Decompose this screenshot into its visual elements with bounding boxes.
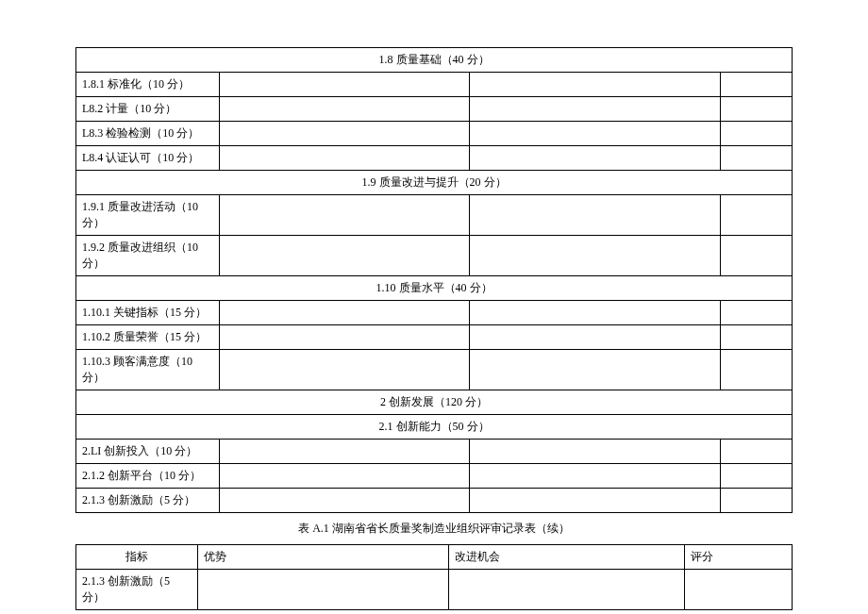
item-label: 1.9.1 质量改进活动（10 分） (76, 195, 220, 236)
section-2-header: 2 创新发展（120 分） (76, 390, 793, 415)
empty-cell (721, 301, 793, 325)
header-advantage: 优势 (198, 545, 449, 570)
empty-cell (721, 440, 793, 464)
section-2-1-header: 2.1 创新能力（50 分） (76, 415, 793, 440)
item-label: 2.1.3 创新激励（5 分） (76, 489, 220, 513)
empty-cell (219, 440, 470, 464)
empty-cell (470, 97, 721, 122)
empty-cell (448, 570, 684, 610)
header-score: 评分 (685, 545, 793, 570)
item-label: 2.1.2 创新平台（10 分） (76, 464, 220, 489)
empty-cell (470, 301, 721, 325)
item-label: L8.3 检验检测（10 分） (76, 122, 220, 146)
item-label: 2.1.3 创新激励（5 分） (76, 570, 198, 610)
empty-cell (721, 122, 793, 146)
table-row: L8.3 检验检测（10 分） (76, 122, 793, 146)
section-1-8-header: 1.8 质量基础（40 分） (76, 48, 793, 73)
empty-cell (721, 236, 793, 276)
empty-cell (685, 570, 793, 610)
item-label: 1.8.1 标准化（10 分） (76, 73, 220, 97)
section-header-row: 2.1 创新能力（50 分） (76, 415, 793, 440)
table-row: 1.10.3 顾客满意度（10 分） (76, 350, 793, 390)
empty-cell (470, 440, 721, 464)
header-improvement: 改进机会 (448, 545, 684, 570)
item-label: 2.LI 创新投入（10 分） (76, 440, 220, 464)
empty-cell (470, 325, 721, 350)
empty-cell (721, 97, 793, 122)
table-row: 1.8.1 标准化（10 分） (76, 73, 793, 97)
table-row: 1.10.2 质量荣誉（15 分） (76, 325, 793, 350)
empty-cell (470, 464, 721, 489)
empty-cell (470, 489, 721, 513)
item-label: 1.10.2 质量荣誉（15 分） (76, 325, 220, 350)
empty-cell (219, 325, 470, 350)
section-1-10-header: 1.10 质量水平（40 分） (76, 276, 793, 301)
empty-cell (470, 122, 721, 146)
table-row: 1.9.2 质量改进组织（10 分） (76, 236, 793, 276)
empty-cell (721, 146, 793, 171)
table-row: 2.LI 创新投入（10 分） (76, 440, 793, 464)
table-caption: 表 A.1 湖南省省长质量奖制造业组织评审记录表（续） (75, 521, 793, 537)
empty-cell (721, 73, 793, 97)
section-1-9-header: 1.9 质量改进与提升（20 分） (76, 171, 793, 195)
item-label: 1.9.2 质量改进组织（10 分） (76, 236, 220, 276)
empty-cell (721, 195, 793, 236)
empty-cell (219, 301, 470, 325)
table-row: 2.1.3 创新激励（5 分） (76, 570, 793, 610)
section-header-row: 1.9 质量改进与提升（20 分） (76, 171, 793, 195)
empty-cell (470, 73, 721, 97)
empty-cell (470, 146, 721, 171)
table-row: L8.4 认证认可（10 分） (76, 146, 793, 171)
empty-cell (219, 464, 470, 489)
empty-cell (721, 464, 793, 489)
empty-cell (721, 489, 793, 513)
empty-cell (219, 97, 470, 122)
empty-cell (470, 350, 721, 390)
item-label: 1.10.3 顾客满意度（10 分） (76, 350, 220, 390)
empty-cell (219, 73, 470, 97)
empty-cell (470, 195, 721, 236)
table-row: 2.1.3 创新激励（5 分） (76, 489, 793, 513)
table-row: 1.10.1 关键指标（15 分） (76, 301, 793, 325)
section-header-row: 1.10 质量水平（40 分） (76, 276, 793, 301)
empty-cell (721, 325, 793, 350)
empty-cell (470, 236, 721, 276)
empty-cell (219, 489, 470, 513)
section-header-row: 1.8 质量基础（40 分） (76, 48, 793, 73)
table-row: 1.9.1 质量改进活动（10 分） (76, 195, 793, 236)
empty-cell (219, 146, 470, 171)
continuation-table: 指标 优势 改进机会 评分 2.1.3 创新激励（5 分） (75, 544, 793, 610)
empty-cell (219, 122, 470, 146)
item-label: 1.10.1 关键指标（15 分） (76, 301, 220, 325)
empty-cell (219, 350, 470, 390)
empty-cell (219, 195, 470, 236)
section-header-row: 2 创新发展（120 分） (76, 390, 793, 415)
empty-cell (198, 570, 449, 610)
empty-cell (721, 350, 793, 390)
evaluation-table: 1.8 质量基础（40 分） 1.8.1 标准化（10 分） L8.2 计量（1… (75, 47, 793, 513)
header-indicator: 指标 (76, 545, 198, 570)
item-label: L8.4 认证认可（10 分） (76, 146, 220, 171)
header-row: 指标 优势 改进机会 评分 (76, 545, 793, 570)
empty-cell (219, 236, 470, 276)
table-row: L8.2 计量（10 分） (76, 97, 793, 122)
item-label: L8.2 计量（10 分） (76, 97, 220, 122)
table-row: 2.1.2 创新平台（10 分） (76, 464, 793, 489)
